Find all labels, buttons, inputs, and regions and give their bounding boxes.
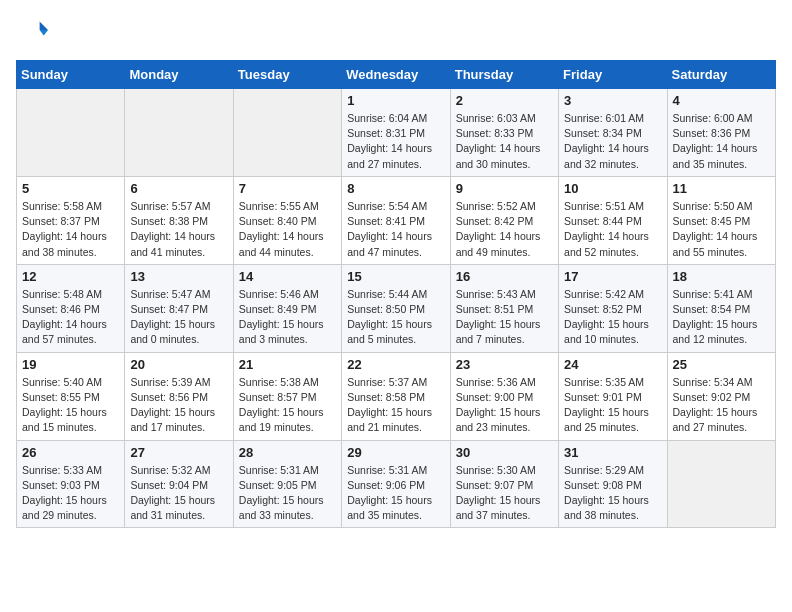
day-number: 6 (130, 181, 227, 196)
calendar-cell: 1Sunrise: 6:04 AMSunset: 8:31 PMDaylight… (342, 89, 450, 177)
calendar-cell: 2Sunrise: 6:03 AMSunset: 8:33 PMDaylight… (450, 89, 558, 177)
day-info: Sunrise: 5:42 AMSunset: 8:52 PMDaylight:… (564, 287, 661, 348)
week-row-5: 26Sunrise: 5:33 AMSunset: 9:03 PMDayligh… (17, 440, 776, 528)
day-number: 21 (239, 357, 336, 372)
calendar-cell: 14Sunrise: 5:46 AMSunset: 8:49 PMDayligh… (233, 264, 341, 352)
calendar-cell: 22Sunrise: 5:37 AMSunset: 8:58 PMDayligh… (342, 352, 450, 440)
day-number: 10 (564, 181, 661, 196)
calendar-cell (233, 89, 341, 177)
day-number: 1 (347, 93, 444, 108)
calendar-cell: 20Sunrise: 5:39 AMSunset: 8:56 PMDayligh… (125, 352, 233, 440)
day-info: Sunrise: 6:00 AMSunset: 8:36 PMDaylight:… (673, 111, 770, 172)
day-header-saturday: Saturday (667, 61, 775, 89)
day-number: 13 (130, 269, 227, 284)
calendar-cell (17, 89, 125, 177)
day-info: Sunrise: 6:04 AMSunset: 8:31 PMDaylight:… (347, 111, 444, 172)
day-number: 18 (673, 269, 770, 284)
calendar-cell: 30Sunrise: 5:30 AMSunset: 9:07 PMDayligh… (450, 440, 558, 528)
day-info: Sunrise: 5:31 AMSunset: 9:06 PMDaylight:… (347, 463, 444, 524)
calendar-cell: 8Sunrise: 5:54 AMSunset: 8:41 PMDaylight… (342, 176, 450, 264)
day-info: Sunrise: 5:32 AMSunset: 9:04 PMDaylight:… (130, 463, 227, 524)
day-info: Sunrise: 5:36 AMSunset: 9:00 PMDaylight:… (456, 375, 553, 436)
day-number: 28 (239, 445, 336, 460)
svg-marker-1 (40, 30, 48, 36)
calendar-cell: 11Sunrise: 5:50 AMSunset: 8:45 PMDayligh… (667, 176, 775, 264)
calendar-cell: 16Sunrise: 5:43 AMSunset: 8:51 PMDayligh… (450, 264, 558, 352)
day-header-sunday: Sunday (17, 61, 125, 89)
calendar-cell: 19Sunrise: 5:40 AMSunset: 8:55 PMDayligh… (17, 352, 125, 440)
svg-marker-0 (40, 22, 48, 30)
day-info: Sunrise: 5:51 AMSunset: 8:44 PMDaylight:… (564, 199, 661, 260)
day-number: 27 (130, 445, 227, 460)
calendar-cell: 9Sunrise: 5:52 AMSunset: 8:42 PMDaylight… (450, 176, 558, 264)
day-info: Sunrise: 5:41 AMSunset: 8:54 PMDaylight:… (673, 287, 770, 348)
calendar-cell: 4Sunrise: 6:00 AMSunset: 8:36 PMDaylight… (667, 89, 775, 177)
calendar-cell: 21Sunrise: 5:38 AMSunset: 8:57 PMDayligh… (233, 352, 341, 440)
day-number: 23 (456, 357, 553, 372)
day-number: 12 (22, 269, 119, 284)
calendar-cell: 24Sunrise: 5:35 AMSunset: 9:01 PMDayligh… (559, 352, 667, 440)
day-info: Sunrise: 5:54 AMSunset: 8:41 PMDaylight:… (347, 199, 444, 260)
day-info: Sunrise: 5:52 AMSunset: 8:42 PMDaylight:… (456, 199, 553, 260)
day-info: Sunrise: 5:30 AMSunset: 9:07 PMDaylight:… (456, 463, 553, 524)
calendar-cell: 12Sunrise: 5:48 AMSunset: 8:46 PMDayligh… (17, 264, 125, 352)
day-header-monday: Monday (125, 61, 233, 89)
day-info: Sunrise: 5:50 AMSunset: 8:45 PMDaylight:… (673, 199, 770, 260)
logo-icon (20, 16, 48, 44)
calendar-cell: 25Sunrise: 5:34 AMSunset: 9:02 PMDayligh… (667, 352, 775, 440)
calendar-cell: 17Sunrise: 5:42 AMSunset: 8:52 PMDayligh… (559, 264, 667, 352)
calendar-cell (667, 440, 775, 528)
calendar-cell: 5Sunrise: 5:58 AMSunset: 8:37 PMDaylight… (17, 176, 125, 264)
day-info: Sunrise: 5:37 AMSunset: 8:58 PMDaylight:… (347, 375, 444, 436)
day-info: Sunrise: 5:58 AMSunset: 8:37 PMDaylight:… (22, 199, 119, 260)
day-info: Sunrise: 5:43 AMSunset: 8:51 PMDaylight:… (456, 287, 553, 348)
week-row-4: 19Sunrise: 5:40 AMSunset: 8:55 PMDayligh… (17, 352, 776, 440)
day-number: 17 (564, 269, 661, 284)
calendar-cell: 7Sunrise: 5:55 AMSunset: 8:40 PMDaylight… (233, 176, 341, 264)
calendar-cell: 28Sunrise: 5:31 AMSunset: 9:05 PMDayligh… (233, 440, 341, 528)
day-number: 14 (239, 269, 336, 284)
calendar-cell: 10Sunrise: 5:51 AMSunset: 8:44 PMDayligh… (559, 176, 667, 264)
week-row-1: 1Sunrise: 6:04 AMSunset: 8:31 PMDaylight… (17, 89, 776, 177)
calendar-cell: 18Sunrise: 5:41 AMSunset: 8:54 PMDayligh… (667, 264, 775, 352)
day-info: Sunrise: 6:03 AMSunset: 8:33 PMDaylight:… (456, 111, 553, 172)
day-info: Sunrise: 5:35 AMSunset: 9:01 PMDaylight:… (564, 375, 661, 436)
day-header-wednesday: Wednesday (342, 61, 450, 89)
day-info: Sunrise: 5:44 AMSunset: 8:50 PMDaylight:… (347, 287, 444, 348)
day-info: Sunrise: 5:46 AMSunset: 8:49 PMDaylight:… (239, 287, 336, 348)
calendar-cell: 15Sunrise: 5:44 AMSunset: 8:50 PMDayligh… (342, 264, 450, 352)
day-number: 22 (347, 357, 444, 372)
calendar-cell: 29Sunrise: 5:31 AMSunset: 9:06 PMDayligh… (342, 440, 450, 528)
calendar-cell: 27Sunrise: 5:32 AMSunset: 9:04 PMDayligh… (125, 440, 233, 528)
day-info: Sunrise: 5:31 AMSunset: 9:05 PMDaylight:… (239, 463, 336, 524)
day-info: Sunrise: 5:57 AMSunset: 8:38 PMDaylight:… (130, 199, 227, 260)
day-info: Sunrise: 5:55 AMSunset: 8:40 PMDaylight:… (239, 199, 336, 260)
calendar-cell: 31Sunrise: 5:29 AMSunset: 9:08 PMDayligh… (559, 440, 667, 528)
day-number: 26 (22, 445, 119, 460)
calendar-header: SundayMondayTuesdayWednesdayThursdayFrid… (17, 61, 776, 89)
week-row-2: 5Sunrise: 5:58 AMSunset: 8:37 PMDaylight… (17, 176, 776, 264)
day-headers-row: SundayMondayTuesdayWednesdayThursdayFrid… (17, 61, 776, 89)
day-header-friday: Friday (559, 61, 667, 89)
calendar-cell: 26Sunrise: 5:33 AMSunset: 9:03 PMDayligh… (17, 440, 125, 528)
day-number: 4 (673, 93, 770, 108)
day-info: Sunrise: 5:48 AMSunset: 8:46 PMDaylight:… (22, 287, 119, 348)
day-number: 8 (347, 181, 444, 196)
day-number: 3 (564, 93, 661, 108)
calendar-cell: 3Sunrise: 6:01 AMSunset: 8:34 PMDaylight… (559, 89, 667, 177)
day-header-tuesday: Tuesday (233, 61, 341, 89)
day-number: 2 (456, 93, 553, 108)
day-number: 30 (456, 445, 553, 460)
day-number: 5 (22, 181, 119, 196)
day-info: Sunrise: 5:38 AMSunset: 8:57 PMDaylight:… (239, 375, 336, 436)
day-number: 31 (564, 445, 661, 460)
page-header (16, 16, 776, 48)
week-row-3: 12Sunrise: 5:48 AMSunset: 8:46 PMDayligh… (17, 264, 776, 352)
day-info: Sunrise: 5:34 AMSunset: 9:02 PMDaylight:… (673, 375, 770, 436)
calendar-cell: 6Sunrise: 5:57 AMSunset: 8:38 PMDaylight… (125, 176, 233, 264)
day-info: Sunrise: 5:39 AMSunset: 8:56 PMDaylight:… (130, 375, 227, 436)
calendar-table: SundayMondayTuesdayWednesdayThursdayFrid… (16, 60, 776, 528)
day-info: Sunrise: 5:47 AMSunset: 8:47 PMDaylight:… (130, 287, 227, 348)
day-number: 7 (239, 181, 336, 196)
day-number: 9 (456, 181, 553, 196)
